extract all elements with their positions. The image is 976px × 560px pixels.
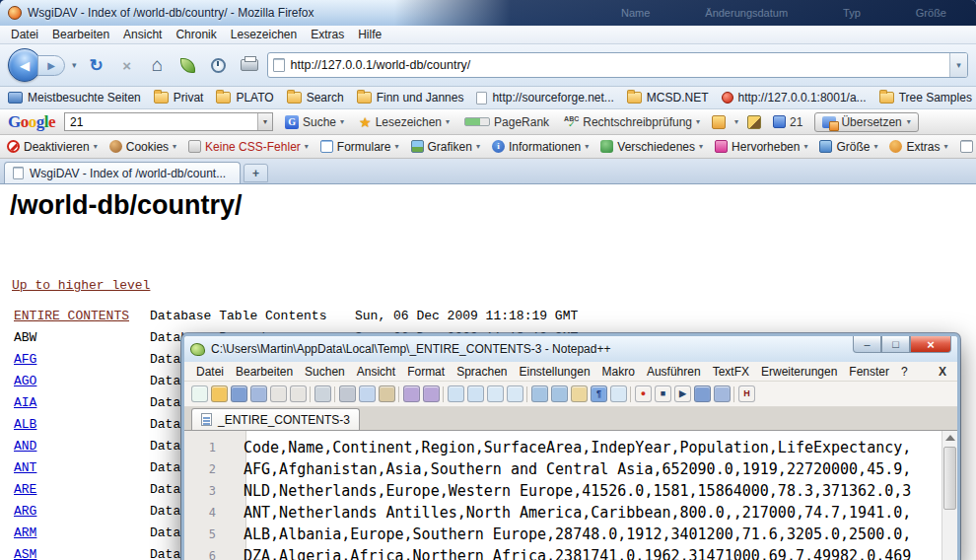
webdev-item[interactable]: Deaktivieren ▾ (7, 140, 98, 154)
separator[interactable] (310, 386, 312, 402)
up-link[interactable]: Up to higher level (12, 278, 150, 293)
find-icon[interactable] (448, 385, 464, 402)
reload-button[interactable]: ↻ (84, 52, 109, 78)
separator[interactable] (733, 386, 735, 402)
translate-button[interactable]: Übersetzen ▾ (814, 112, 918, 132)
redo-icon[interactable] (423, 385, 440, 402)
google-search-button[interactable]: G Suche ▾ (282, 113, 347, 131)
zoom-in-icon[interactable] (487, 385, 504, 402)
webdev-item[interactable]: i Informationen ▾ (492, 140, 589, 154)
menu-item[interactable]: Ausführen (641, 363, 707, 381)
send-icon[interactable] (712, 115, 726, 129)
bookmark-item[interactable]: http://sourceforge.net... (476, 91, 613, 105)
firefox-titlebar[interactable]: WsgiDAV - Index of /world-db/country/ - … (0, 0, 976, 26)
entry-link[interactable]: ALB (14, 417, 150, 432)
menu-item[interactable]: Ansicht (351, 363, 401, 381)
replace-icon[interactable] (467, 385, 484, 402)
save-all-icon[interactable] (250, 385, 267, 402)
scrollbar-thumb[interactable] (943, 447, 956, 510)
close-all-icon[interactable] (290, 385, 307, 402)
entry-link[interactable]: AIA (14, 395, 150, 410)
word-wrap-icon[interactable] (571, 385, 588, 402)
browser-tab[interactable]: WsgiDAV - Index of /world-db/count... (4, 162, 241, 183)
scroll-up-icon[interactable] (945, 435, 955, 441)
menu-item[interactable]: Bearbeiten (45, 26, 116, 43)
line-text[interactable]: ALB,Albania,Europe,Southern Europe,28748… (232, 524, 911, 545)
dropdown-caret[interactable]: ▾ (734, 117, 738, 126)
entry-link[interactable]: ARG (14, 504, 150, 519)
menu-item[interactable]: Suchen (299, 363, 351, 381)
line-text[interactable]: DZA,Algeria,Africa,Northern Africa,23817… (232, 545, 911, 560)
pencil-icon[interactable] (747, 115, 761, 129)
sync-scroll-h-icon[interactable] (551, 385, 568, 402)
webdev-item[interactable]: Grafiken ▾ (411, 140, 480, 154)
menu-item[interactable]: ? (895, 363, 914, 381)
menu-item[interactable]: Datei (4, 26, 45, 43)
zoom-out-icon[interactable] (507, 385, 523, 402)
stop-button[interactable]: × (114, 52, 140, 78)
indent-guide-icon[interactable] (610, 385, 627, 402)
bookmark-item[interactable]: MCSD.NET (627, 91, 709, 105)
menu-item[interactable]: Hilfe (351, 26, 388, 43)
entry-link[interactable]: AGO (14, 374, 150, 388)
line-text[interactable]: NLD,Netherlands,Europe,Western Europe,41… (232, 480, 911, 502)
spellcheck-button[interactable]: ABC ✓ Rechtschreibprüfung ▾ (561, 113, 703, 131)
bookmark-item[interactable]: http://127.0.0.1:8001/a... (722, 91, 867, 105)
menu-item[interactable]: Ansicht (116, 26, 169, 43)
webdev-item[interactable]: Hervorheben ▾ (715, 140, 807, 154)
entry-link[interactable]: AND (14, 439, 150, 454)
hex-editor-icon[interactable]: H (738, 385, 755, 402)
show-all-characters-icon[interactable]: ¶ (591, 385, 607, 402)
home-button[interactable]: ⌂ (145, 52, 171, 78)
close-document-button[interactable]: X (939, 365, 951, 379)
entry-link[interactable]: ARM (14, 525, 150, 540)
webdev-item[interactable]: Quellte ▾ (960, 140, 976, 154)
history-dropdown[interactable]: ▾ (70, 60, 79, 70)
separator[interactable] (398, 386, 400, 402)
menu-item[interactable]: Extras (304, 26, 351, 43)
addon-button[interactable] (175, 52, 201, 78)
webdev-item[interactable]: Extras ▾ (889, 140, 947, 154)
run-macro-multiple-icon[interactable] (714, 385, 731, 402)
webdev-item[interactable]: Größe ▾ (819, 140, 877, 154)
url-dropdown[interactable]: ▾ (949, 53, 967, 77)
line-text[interactable]: AFG,Afghanistan,Asia,Southern and Centra… (232, 458, 911, 480)
maximize-button[interactable]: □ (881, 336, 910, 353)
line-text[interactable]: ANT,Netherlands Antilles,North America,C… (232, 502, 911, 524)
bookmark-item[interactable]: PLATO (216, 91, 273, 105)
back-button[interactable]: ◀ (8, 48, 41, 82)
close-file-icon[interactable] (270, 385, 287, 402)
bookmark-item[interactable]: Meistbesuchte Seiten (8, 91, 141, 105)
menu-item[interactable]: Fenster (843, 363, 895, 381)
save-macro-icon[interactable] (694, 385, 711, 402)
google-search-box[interactable]: 21 ▾ (64, 112, 273, 131)
menu-item[interactable]: Einstellungen (514, 363, 596, 381)
menu-item[interactable]: Bearbeiten (230, 363, 299, 381)
play-macro-icon[interactable]: ▶ (674, 385, 691, 402)
minimize-button[interactable]: – (853, 336, 881, 353)
separator[interactable] (334, 386, 336, 402)
menu-item[interactable]: TextFX (707, 363, 755, 381)
webdev-item[interactable]: Keine CSS-Fehler ▾ (188, 140, 309, 154)
menu-item[interactable]: Chronik (169, 26, 223, 43)
bookmark-item[interactable]: Privat (154, 91, 204, 105)
webdev-item[interactable]: Verschiedenes ▾ (600, 140, 703, 154)
entry-link[interactable]: ASM (14, 547, 150, 560)
line-text[interactable]: Code,Name,Continent,Region,SurfaceArea,I… (232, 437, 911, 458)
new-tab-button[interactable]: + (244, 164, 268, 182)
bookmark-item[interactable]: Finn und Jannes (357, 91, 464, 105)
entry-link[interactable]: AFG (14, 352, 150, 367)
bookmark-item[interactable]: Tree Samples (879, 91, 972, 105)
webdev-item[interactable]: Formulare ▾ (320, 140, 399, 154)
forward-button[interactable]: ▶ (37, 55, 65, 76)
print-button[interactable] (237, 52, 262, 78)
pagerank-indicator[interactable]: PageRank (461, 113, 552, 131)
save-icon[interactable] (231, 385, 247, 402)
print-icon[interactable] (314, 385, 331, 402)
editor-area[interactable]: 1 Code,Name,Continent,Region,SurfaceArea… (184, 431, 957, 560)
menu-item[interactable]: Lesezeichen (224, 26, 304, 43)
menu-item[interactable]: Sprachen (451, 363, 513, 381)
menu-item[interactable]: Format (401, 363, 451, 381)
entry-link[interactable]: ABW (14, 330, 150, 345)
menu-item[interactable]: Erweiterungen (755, 363, 843, 381)
